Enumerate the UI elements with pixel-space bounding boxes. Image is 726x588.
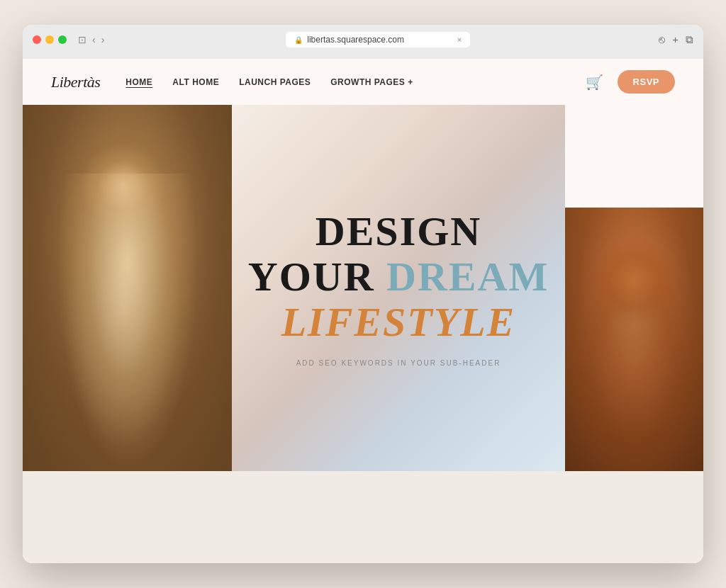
browser-toolbar-right: ⎋ + ⧉ xyxy=(659,33,693,46)
person-left-overlay xyxy=(23,105,232,471)
browser-window: ⊡ ‹ › 🔒 libertas.squarespace.com × ⎋ + ⧉ xyxy=(23,25,703,563)
new-tab-icon[interactable]: + xyxy=(672,33,678,46)
url-text: libertas.squarespace.com xyxy=(307,35,404,45)
browser-controls: ⊡ ‹ › xyxy=(78,35,104,45)
headline-dream: DREAM xyxy=(386,254,549,300)
site-logo[interactable]: Libertàs xyxy=(51,73,100,91)
nav-link-growth-pages[interactable]: GROWTH PAGES + xyxy=(330,77,413,87)
site-nav: Libertàs HOME ALT HOME LAUNCH PAGES GROW… xyxy=(23,59,703,105)
lock-icon: 🔒 xyxy=(294,36,303,44)
fullscreen-button[interactable] xyxy=(58,35,67,44)
tab-close-icon[interactable]: × xyxy=(457,35,462,44)
hero-center: DESIGN YOUR DREAM LIFESTYLE ADD SEO KEYW… xyxy=(232,105,565,471)
nav-link-home[interactable]: HOME xyxy=(125,77,152,87)
cart-icon[interactable]: 🛒 xyxy=(586,74,603,91)
hero-left-image xyxy=(23,105,232,471)
minimize-button[interactable] xyxy=(45,35,54,44)
nav-right: 🛒 RSVP xyxy=(586,70,675,94)
person-right-overlay xyxy=(565,208,703,471)
bottom-section xyxy=(23,471,703,563)
website-content: Libertàs HOME ALT HOME LAUNCH PAGES GROW… xyxy=(23,59,703,563)
tabs-icon[interactable]: ⧉ xyxy=(686,33,693,46)
tab-bar xyxy=(33,53,693,59)
headline-lifestyle: LIFESTYLE xyxy=(248,300,549,345)
address-bar[interactable]: 🔒 libertas.squarespace.com × xyxy=(286,32,470,47)
hero-section: DESIGN YOUR DREAM LIFESTYLE ADD SEO KEYW… xyxy=(23,105,703,471)
rsvp-button[interactable]: RSVP xyxy=(618,70,675,94)
back-icon[interactable]: ‹ xyxy=(92,35,96,45)
nav-link-launch-pages[interactable]: LAUNCH PAGES xyxy=(239,77,311,87)
hero-headline: DESIGN YOUR DREAM LIFESTYLE xyxy=(248,209,549,344)
forward-icon[interactable]: › xyxy=(101,35,105,45)
hero-right-image xyxy=(565,208,703,471)
sidebar-toggle-icon[interactable]: ⊡ xyxy=(78,35,86,45)
headline-design: DESIGN xyxy=(248,209,549,254)
nav-links: HOME ALT HOME LAUNCH PAGES GROWTH PAGES … xyxy=(125,77,413,87)
headline-your-dream: YOUR DREAM xyxy=(248,254,549,300)
headline-your: YOUR xyxy=(248,254,386,300)
hero-subheader: ADD SEO KEYWORDS IN YOUR SUB-HEADER xyxy=(296,359,501,367)
browser-chrome: ⊡ ‹ › 🔒 libertas.squarespace.com × ⎋ + ⧉ xyxy=(23,25,703,59)
close-button[interactable] xyxy=(33,35,41,44)
nav-link-alt-home[interactable]: ALT HOME xyxy=(172,77,219,87)
traffic-lights xyxy=(33,35,67,44)
share-icon[interactable]: ⎋ xyxy=(659,33,665,46)
